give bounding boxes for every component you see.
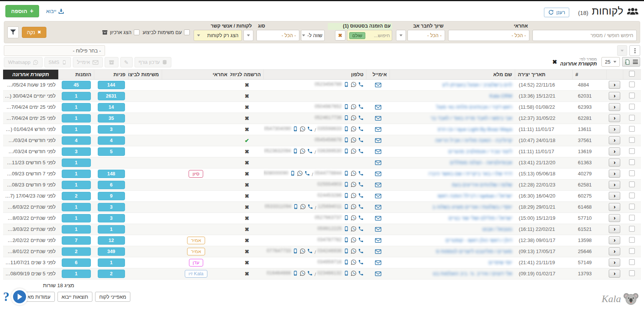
row-checkbox[interactable]	[629, 82, 635, 87]
email-icon[interactable]	[375, 116, 381, 121]
filter-funnel-button[interactable]	[7, 26, 19, 38]
row-checkbox[interactable]	[629, 237, 635, 243]
col-email[interactable]: אימייל	[366, 70, 390, 79]
mobile-icon[interactable]	[343, 137, 349, 143]
email-icon[interactable]	[375, 227, 381, 232]
row-checkbox[interactable]	[629, 204, 635, 209]
email-icon[interactable]	[375, 260, 381, 265]
status-clear-button[interactable]: ✖	[335, 30, 345, 41]
customer-name-link[interactable]: ליצור טביר / אטפולציב מהגרים	[449, 149, 513, 154]
orders-badge[interactable]: 1	[62, 270, 90, 278]
row-checkbox[interactable]	[629, 115, 635, 121]
parent-filter-caret[interactable]	[396, 30, 406, 41]
email-icon[interactable]	[375, 149, 381, 154]
inquiries-badge[interactable]: 5	[98, 147, 125, 156]
archive-checkbox[interactable]: הצג ארכיון	[102, 29, 140, 35]
customer-name-link[interactable]: אלי דוטים / איריב .ור. ביב הועלמות בט	[433, 271, 512, 276]
row-checkbox[interactable]	[629, 193, 635, 198]
customer-name-link[interactable]: קרוליבה - הואנה פוליוה / אביל הריאה	[435, 137, 512, 143]
wa-icon[interactable]	[351, 193, 356, 198]
col-last-communication[interactable]: תקשורת אחרונה	[3, 70, 58, 79]
orders-badge[interactable]: 1	[62, 92, 90, 100]
inquiries-badge[interactable]: 14	[98, 103, 125, 111]
import-link[interactable]: ייבוא	[46, 8, 64, 14]
expand-row-button[interactable]: ‹	[609, 181, 620, 189]
mobile-icon[interactable]	[292, 248, 298, 254]
expand-row-button[interactable]: ‹	[609, 247, 620, 255]
inquiries-badge[interactable]: 2631	[98, 92, 125, 100]
customer-name-link[interactable]: ישראל / פולילם ושלי שור בציים	[449, 215, 512, 221]
add-button[interactable]: + הוספה	[5, 5, 39, 17]
wa-icon[interactable]	[351, 126, 356, 132]
row-checkbox[interactable]	[629, 137, 635, 143]
inquiries-badge[interactable]: 1	[98, 258, 125, 267]
row-checkbox[interactable]	[629, 159, 635, 165]
phone-icon[interactable]	[358, 115, 364, 121]
col-id[interactable]: #	[572, 70, 606, 79]
phone-icon[interactable]	[304, 170, 310, 176]
expand-row-button[interactable]: ‹	[609, 114, 620, 122]
mobile-icon[interactable]	[343, 193, 349, 198]
orders-badge[interactable]: 2	[62, 247, 90, 256]
email-icon[interactable]	[375, 193, 381, 199]
phone-icon[interactable]	[358, 126, 364, 132]
wa-icon[interactable]	[351, 204, 356, 209]
parent-filter-select[interactable]: - הכל -	[407, 30, 445, 41]
phone-icon[interactable]	[358, 148, 364, 154]
email-icon[interactable]	[375, 204, 381, 210]
expand-row-button[interactable]: ‹	[609, 125, 620, 133]
email-icon[interactable]	[375, 216, 381, 221]
email-icon[interactable]	[375, 105, 381, 110]
phone-icon[interactable]	[358, 170, 364, 176]
orders-badge[interactable]: 3	[62, 147, 90, 156]
wa-icon[interactable]	[297, 170, 303, 176]
bulk-sms-button[interactable]: SMS	[44, 57, 71, 67]
mobile-icon[interactable]	[343, 259, 349, 265]
row-checkbox[interactable]	[629, 270, 635, 276]
wa-icon[interactable]	[351, 237, 356, 243]
row-checkbox[interactable]	[629, 259, 635, 265]
customer-name-link[interactable]: יוסף / בשלוטת / אוריים מוציט בשלוה ב	[432, 204, 512, 210]
mobile-icon[interactable]	[292, 148, 298, 154]
wa-icon[interactable]	[351, 170, 356, 176]
inquiries-badge[interactable]: 12	[98, 236, 125, 245]
inquiries-badge[interactable]: 35	[98, 114, 125, 123]
customer-properties-button[interactable]: מאפייני לקוח	[95, 292, 130, 302]
phone-icon[interactable]	[307, 248, 313, 254]
inquiries-badge[interactable]: 148	[98, 170, 125, 178]
contacts-filter-caret[interactable]	[243, 30, 253, 41]
inquiries-badge[interactable]: 4	[98, 136, 125, 145]
customer-name-link[interactable]: ישראל / iqeban / דבילל הופנה ראשו	[438, 193, 513, 199]
row-checkbox[interactable]	[629, 170, 635, 176]
more-options-button[interactable]	[629, 45, 640, 56]
col-created[interactable]: תאריך יצירה	[515, 70, 572, 79]
expand-row-button[interactable]: ‹	[609, 258, 620, 266]
wa-icon[interactable]	[300, 248, 306, 254]
expand-row-button[interactable]: ‹	[609, 170, 620, 178]
phone-icon[interactable]	[307, 148, 313, 154]
email-icon[interactable]	[375, 171, 381, 177]
bulk-update-button[interactable]: עדכון גורף	[135, 57, 171, 67]
bulk-edit-button[interactable]: ✎	[120, 57, 133, 67]
wa-icon[interactable]	[351, 248, 356, 254]
mobile-icon[interactable]	[290, 170, 296, 176]
mobile-icon[interactable]	[293, 204, 299, 209]
owner-filter-select[interactable]: - הכל -	[448, 30, 529, 41]
wa-icon[interactable]	[351, 270, 356, 276]
mobile-icon[interactable]	[292, 270, 298, 276]
wa-icon[interactable]	[351, 259, 356, 265]
col-owner[interactable]: אחראי	[162, 70, 230, 79]
inquiries-badge[interactable]: 349	[98, 247, 125, 256]
email-icon[interactable]	[375, 160, 381, 165]
wa-icon[interactable]	[351, 215, 356, 221]
orders-badge[interactable]: 45	[62, 81, 90, 89]
col-newsletter[interactable]: הרשמה לניוזלטר	[230, 70, 264, 79]
remove-sort-button[interactable]: ✖	[552, 59, 557, 65]
orders-badge[interactable]: 2	[62, 192, 90, 200]
email-icon[interactable]	[375, 238, 381, 243]
expand-row-button[interactable]: ‹	[609, 136, 620, 144]
email-icon[interactable]	[375, 127, 381, 132]
col-inquiries[interactable]: פניות	[94, 70, 128, 79]
customer-name-link[interactable]: מוערים / פוליטבט ליוצרים לנוספות ס	[436, 249, 512, 254]
mobile-icon[interactable]	[343, 270, 349, 276]
